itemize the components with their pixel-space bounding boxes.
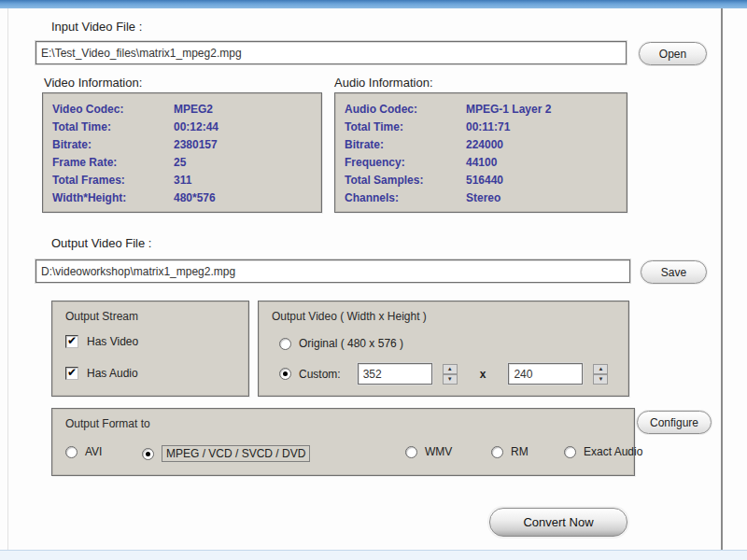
has-video-checkbox[interactable]: ✔ xyxy=(65,335,78,348)
video-info-row: Width*Height: 480*576 xyxy=(52,189,312,207)
custom-size-row: Custom: ▲ ▼ x ▲ ▼ xyxy=(279,363,608,385)
output-video-size-title: Output Video ( Width x Height ) xyxy=(272,310,427,323)
window-right-border xyxy=(721,8,723,550)
format-rm-radio[interactable] xyxy=(491,446,503,458)
audio-info-title: Audio Information: xyxy=(334,76,433,90)
width-spinner: ▲ ▼ xyxy=(443,364,458,385)
format-wmv-row: WMV xyxy=(405,445,452,458)
radio-dot-icon xyxy=(146,452,150,456)
output-file-field[interactable] xyxy=(35,259,630,283)
check-icon: ✔ xyxy=(67,367,77,378)
audio-info-row: Total Time: 00:11:71 xyxy=(345,119,617,136)
has-video-row: ✔ Has Video xyxy=(65,335,138,348)
format-avi-radio[interactable] xyxy=(65,446,78,458)
video-info-title: Video Information: xyxy=(44,76,142,90)
has-audio-checkbox[interactable]: ✔ xyxy=(65,367,78,380)
has-video-label: Has Video xyxy=(87,335,138,348)
open-button[interactable]: Open xyxy=(639,42,707,65)
custom-size-label: Custom: xyxy=(299,368,341,381)
custom-height-field[interactable] xyxy=(508,363,583,385)
original-size-row: Original ( 480 x 576 ) xyxy=(279,337,403,350)
format-exact-audio-radio[interactable] xyxy=(564,446,576,458)
video-info-row: Video Codec: MPEG2 xyxy=(52,101,312,119)
custom-width-field[interactable] xyxy=(358,363,432,385)
original-size-radio[interactable] xyxy=(279,338,291,350)
format-avi-row: AVI xyxy=(65,445,102,458)
converter-dialog: Input Video File : Open Video Informatio… xyxy=(0,0,747,560)
convert-now-button[interactable]: Convert Now xyxy=(489,508,627,537)
format-exact-audio-row: Exact Audio xyxy=(564,445,642,458)
has-audio-label: Has Audio xyxy=(87,367,138,380)
audio-info-row: Audio Codec: MPEG-1 Layer 2 xyxy=(345,101,617,119)
format-exact-audio-label: Exact Audio xyxy=(584,445,642,458)
output-video-size-group: Output Video ( Width x Height ) Original… xyxy=(258,301,629,397)
input-file-label: Input Video File : xyxy=(51,20,142,34)
audio-info-row: Frequency: 44100 xyxy=(345,154,617,172)
audio-info-row: Channels: Stereo xyxy=(345,189,617,207)
format-mpeg-radio[interactable] xyxy=(142,448,154,460)
video-info-row: Bitrate: 2380157 xyxy=(52,136,312,154)
original-size-label: Original ( 480 x 576 ) xyxy=(299,337,403,350)
audio-info-row: Bitrate: 224000 xyxy=(345,136,617,154)
width-spin-up-button[interactable]: ▲ xyxy=(443,364,458,374)
format-rm-label: RM xyxy=(511,445,529,458)
check-icon: ✔ xyxy=(67,335,77,346)
video-info-row: Total Frames: 311 xyxy=(52,172,312,189)
custom-size-radio[interactable] xyxy=(279,368,291,380)
width-spin-down-button[interactable]: ▼ xyxy=(443,374,458,385)
format-rm-row: RM xyxy=(491,445,529,458)
video-info-row: Total Time: 00:12:44 xyxy=(52,119,312,136)
output-format-group: Output Format to AVI MPEG / VCD / SVCD /… xyxy=(51,408,635,476)
format-avi-label: AVI xyxy=(85,445,102,458)
has-audio-row: ✔ Has Audio xyxy=(65,367,138,380)
radio-dot-icon xyxy=(283,371,288,376)
output-stream-group: Output Stream ✔ Has Video ✔ Has Audio xyxy=(51,301,249,397)
height-spin-up-button[interactable]: ▲ xyxy=(593,364,608,374)
format-mpeg-row: MPEG / VCD / SVCD / DVD xyxy=(142,445,310,462)
format-wmv-label: WMV xyxy=(425,445,452,458)
format-wmv-radio[interactable] xyxy=(405,446,417,458)
window-bottom-border xyxy=(0,550,747,560)
output-format-title: Output Format to xyxy=(65,417,150,430)
output-file-label: Output Video File : xyxy=(51,236,151,250)
configure-button[interactable]: Configure xyxy=(637,411,712,434)
output-stream-title: Output Stream xyxy=(65,310,138,323)
audio-info-box: Audio Codec: MPEG-1 Layer 2 Total Time: … xyxy=(334,92,627,213)
window-left-border xyxy=(7,8,8,550)
size-separator: x xyxy=(480,368,486,381)
height-spin-down-button[interactable]: ▼ xyxy=(593,374,608,385)
video-info-box: Video Codec: MPEG2 Total Time: 00:12:44 … xyxy=(42,92,322,213)
audio-info-row: Total Samples: 516440 xyxy=(345,172,617,189)
save-button[interactable]: Save xyxy=(641,260,707,284)
video-info-row: Frame Rate: 25 xyxy=(52,154,312,172)
titlebar-edge xyxy=(0,0,747,8)
input-file-field[interactable] xyxy=(35,41,627,64)
height-spinner: ▲ ▼ xyxy=(593,364,608,385)
format-mpeg-label: MPEG / VCD / SVCD / DVD xyxy=(162,445,310,462)
